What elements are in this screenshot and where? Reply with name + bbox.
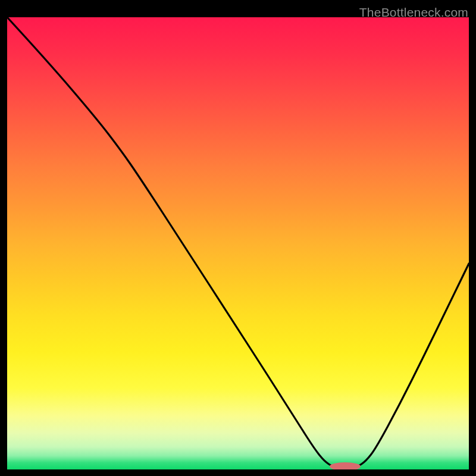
optimal-marker bbox=[330, 462, 361, 469]
curve-svg bbox=[7, 17, 469, 469]
plot-area bbox=[7, 17, 469, 469]
chart-frame: TheBottleneck.com bbox=[5, 5, 471, 471]
bottleneck-curve bbox=[7, 17, 469, 468]
